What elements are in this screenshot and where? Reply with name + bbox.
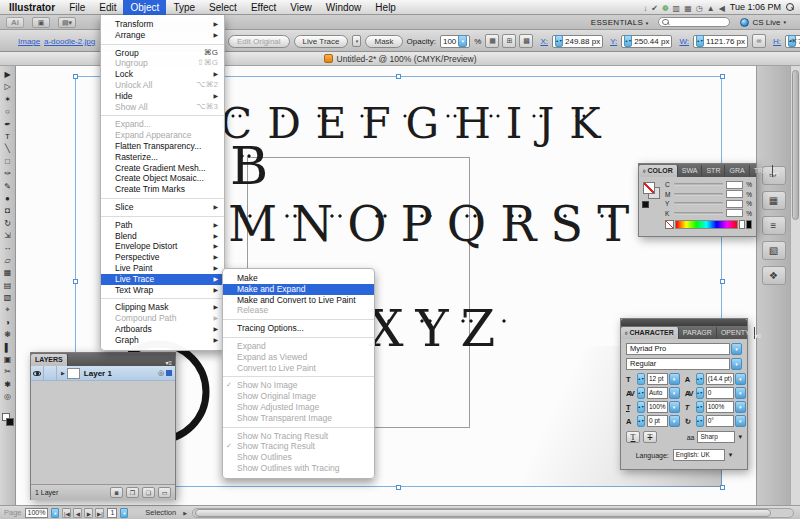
tool-icon[interactable]: ✒ [1, 119, 14, 131]
layers-footer-button[interactable]: ▭ [158, 487, 171, 498]
chevron-down-icon[interactable]: ▾ [735, 401, 746, 413]
baseline-shift-field[interactable]: A ▲▼ 0 pt ▾ [626, 415, 680, 427]
tool-icon[interactable]: ▣ [1, 354, 14, 366]
anti-alias-dropdown[interactable]: ▾ [738, 433, 742, 441]
menu-item-live-paint[interactable]: Live Paint▶ [101, 263, 224, 274]
vertical-scroll-thumb[interactable] [792, 70, 799, 220]
status-icon[interactable]: ▦ [684, 4, 692, 13]
bridge-button[interactable]: ▣ [32, 17, 50, 28]
tool-icon[interactable]: ✂ [1, 366, 14, 378]
stepper-icon[interactable]: ▲▼ [696, 387, 704, 399]
tool-icon[interactable]: ❋ [1, 329, 14, 341]
black-value-field[interactable] [726, 209, 743, 217]
opacity-field[interactable]: 100 ▾ [440, 35, 470, 48]
panel-menu-icon[interactable]: ▾≡ [165, 359, 175, 366]
tab-character[interactable]: ◊CHARACTER [621, 327, 679, 339]
control-icon-button[interactable]: ▩ [519, 34, 533, 48]
none-swatch[interactable] [665, 220, 674, 229]
x-label[interactable]: X: [540, 37, 548, 46]
white-swatch[interactable] [739, 220, 745, 229]
status-icon[interactable]: ▲ [707, 4, 715, 13]
tool-icon[interactable]: ▷ [1, 81, 14, 93]
submenu-item-tracing-options[interactable]: Tracing Options... [223, 323, 374, 334]
selection-handle-top-center[interactable] [396, 74, 401, 79]
cyan-slider[interactable] [674, 183, 723, 186]
zoom-field[interactable]: 100% [25, 508, 49, 518]
stepper-icon[interactable]: ▲▼ [637, 387, 645, 399]
layers-footer-button[interactable]: ❐ [126, 487, 139, 498]
x-field[interactable]: ▲▼249.88 px [552, 35, 603, 48]
menu-item-envelope-distort[interactable]: Envelope Distort▶ [101, 241, 224, 252]
link-dimensions-icon[interactable]: ∞ [752, 34, 766, 48]
search-input[interactable] [658, 17, 730, 27]
panel-drag-bar[interactable] [621, 319, 747, 326]
chevron-down-icon[interactable]: ▾ [731, 343, 742, 355]
menu-item-text-wrap[interactable]: Text Wrap▶ [101, 285, 224, 296]
submenu-item-make-and-expand[interactable]: Make and Expand [223, 284, 374, 295]
menu-clock[interactable]: Tue 1:06 PM [730, 2, 781, 12]
black-swatch[interactable] [746, 220, 752, 229]
font-size-field[interactable]: T ▲▼ 12 pt ▾ [626, 373, 680, 385]
tab-opentype[interactable]: OPENTY [717, 327, 755, 339]
artboard-number-field[interactable]: 1 [107, 508, 117, 518]
live-trace-presets-dropdown[interactable]: ▾ [352, 35, 361, 47]
filename-link[interactable]: a-doodle-2.jpg [44, 37, 95, 46]
chevron-down-icon[interactable]: ▾ [669, 373, 680, 385]
menu-item-lock[interactable]: Lock▶ [101, 69, 224, 80]
submenu-item-make[interactable]: Make [223, 273, 374, 284]
selection-handle-bottom-center[interactable] [396, 485, 401, 490]
chevron-down-icon[interactable]: ▾ [731, 358, 742, 370]
font-family-combo[interactable]: Myriad Pro ▾ [626, 343, 742, 355]
tool-icon[interactable]: ▌ [1, 342, 14, 354]
cyan-value-field[interactable] [726, 181, 743, 189]
selection-handle-bottom-right[interactable] [720, 485, 725, 490]
selection-handle-mid-left[interactable] [73, 279, 78, 284]
menu-item-arrange[interactable]: Arrange▶ [101, 30, 224, 41]
menu-item-create-gradient-mesh[interactable]: Create Gradient Mesh... [101, 163, 224, 174]
live-trace-button[interactable]: Live Trace [294, 35, 349, 48]
horizontal-scale-field[interactable]: T ▲▼ 100% ▾ [685, 401, 746, 413]
menubar-item-type[interactable]: Type [166, 0, 202, 15]
tab-color[interactable]: ◊COLOR [639, 165, 678, 177]
stepper-icon[interactable]: ▲▼ [696, 373, 704, 385]
chevron-down-icon[interactable]: ▾ [669, 387, 680, 399]
target-icon[interactable]: ◎ [158, 369, 164, 377]
menubar-item-file[interactable]: File [62, 0, 92, 15]
menu-item-blend[interactable]: Blend▶ [101, 231, 224, 242]
menubar-item-help[interactable]: Help [368, 0, 403, 15]
menu-item-transform[interactable]: Transform▶ [101, 19, 224, 30]
black-slider[interactable] [674, 212, 723, 215]
tool-icon[interactable]: ⌖ [1, 304, 14, 316]
tool-icon[interactable]: ⇲ [1, 230, 14, 242]
language-dropdown[interactable]: ▾ [729, 451, 733, 459]
menubar-item-select[interactable]: Select [202, 0, 244, 15]
chevron-down-icon[interactable]: ▾ [735, 387, 746, 399]
status-flyout-icon[interactable]: ▶ [183, 510, 187, 516]
submenu-item-make-and-convert[interactable]: Make and Convert to Live Paint [223, 295, 374, 306]
cs-live-button[interactable]: CS Live ▾ [740, 18, 786, 27]
artboard-nav-button[interactable]: ◀ [73, 508, 82, 518]
tool-icon[interactable]: ✎ [1, 181, 14, 193]
artboard-nav-button[interactable]: ▶| [95, 508, 104, 518]
menu-item-flatten-transparency[interactable]: Flatten Transparency... [101, 141, 224, 152]
status-icon[interactable]: ◀ [719, 4, 725, 13]
tool-icon[interactable]: ◘ [1, 205, 14, 217]
yellow-slider[interactable] [674, 202, 723, 205]
layer-row[interactable]: ▶ Layer 1 ◎ [31, 366, 175, 381]
font-style-combo[interactable]: Regular ▾ [626, 358, 742, 370]
tool-icon[interactable]: ● [1, 193, 14, 205]
tool-icon[interactable]: ◑ [1, 317, 14, 329]
artboard-dropdown[interactable]: ▾ [120, 508, 128, 518]
stepper-icon[interactable]: ▲▼ [637, 401, 645, 413]
rotation-field[interactable]: ↻ ▲▼ 0° ▾ [685, 415, 746, 427]
stepper-icon[interactable]: ▲▼ [696, 401, 704, 413]
panel-menu-icon[interactable]: ▾≡ [755, 332, 765, 339]
tool-icon[interactable]: ╲ [1, 143, 14, 155]
fill-proxy-none[interactable] [643, 182, 655, 194]
chevron-down-icon[interactable]: ▾ [735, 373, 746, 385]
tab-transparency[interactable]: TRA [750, 165, 773, 177]
menu-item-create-object-mosaic[interactable]: Create Object Mosaic... [101, 173, 224, 184]
tool-icon[interactable]: ○ [1, 106, 14, 118]
tool-icon[interactable]: ✑ [1, 168, 14, 180]
control-icon-button[interactable]: ▦ [485, 34, 499, 48]
